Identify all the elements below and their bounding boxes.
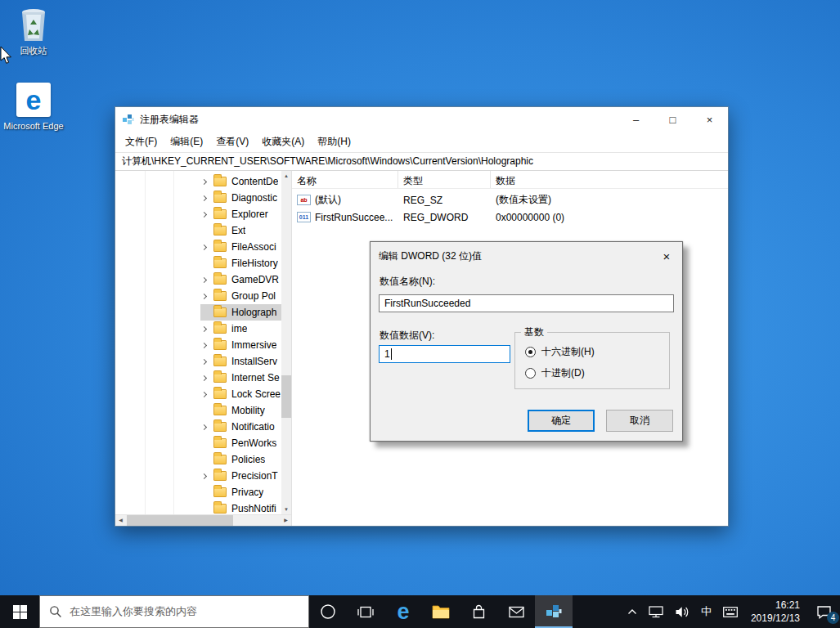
- edge-taskbar-button[interactable]: e: [384, 595, 422, 628]
- folder-icon: [213, 177, 227, 186]
- menu-edit[interactable]: 编辑(E): [164, 135, 209, 149]
- tree-item-contentdelivery[interactable]: ContentDe: [115, 173, 281, 190]
- input-language-indicator[interactable]: 中: [695, 595, 717, 628]
- chevron-right-icon[interactable]: [201, 391, 207, 397]
- tree-item-label: Internet Se: [231, 372, 280, 384]
- tree-item-label: Ext: [231, 225, 245, 236]
- tray-overflow-button[interactable]: [622, 595, 643, 628]
- tree-item-label: ContentDe: [231, 176, 278, 187]
- tree-item-immersiveshell[interactable]: Immersive: [115, 337, 281, 353]
- tree-item-installservice[interactable]: InstallServ: [115, 353, 281, 370]
- regedit-taskbar-button[interactable]: [535, 595, 573, 628]
- ok-button[interactable]: 确定: [528, 410, 595, 432]
- menu-view[interactable]: 查看(V): [209, 135, 255, 149]
- taskbar-search-input[interactable]: 在这里输入你要搜索的内容: [39, 595, 309, 628]
- vertical-scrollbar-thumb[interactable]: [281, 375, 291, 418]
- action-center-button[interactable]: 4: [807, 595, 840, 628]
- radio-hex[interactable]: 十六进制(H): [515, 339, 669, 361]
- tree-item-label: PenWorks: [231, 437, 276, 449]
- window-title: 注册表编辑器: [140, 113, 199, 127]
- tree-item-label: Immersive: [231, 339, 276, 351]
- dialog-close-button[interactable]: ×: [651, 242, 682, 270]
- folder-icon: [213, 242, 227, 252]
- tree-item-lockscreen[interactable]: Lock Scree: [115, 386, 281, 402]
- value-data-label: 数值数据(V):: [380, 329, 434, 343]
- chevron-right-icon[interactable]: [201, 195, 207, 200]
- tree-vertical-scrollbar[interactable]: ▲ ▼: [281, 171, 291, 514]
- task-view-button[interactable]: [347, 595, 384, 628]
- tree-item-policies[interactable]: Policies: [115, 451, 281, 468]
- tree-item-fileassociations[interactable]: FileAssoci: [115, 239, 281, 255]
- chevron-right-icon[interactable]: [201, 358, 207, 364]
- maximize-button[interactable]: □: [654, 107, 691, 132]
- search-placeholder: 在这里输入你要搜索的内容: [70, 604, 197, 619]
- system-tray: 中 16:21 2019/12/13 4: [622, 595, 840, 628]
- touch-keyboard-button[interactable]: [717, 595, 743, 628]
- volume-button[interactable]: [669, 595, 695, 628]
- tree-item-precisiontouchpad[interactable]: PrecisionT: [115, 468, 281, 484]
- chevron-right-icon[interactable]: [201, 473, 207, 478]
- tree-item-holographic[interactable]: Holograph: [115, 304, 281, 321]
- chevron-right-icon[interactable]: [201, 325, 207, 331]
- value-name: (默认): [315, 193, 341, 207]
- radio-button-icon[interactable]: [525, 368, 536, 379]
- cortana-button[interactable]: [309, 595, 347, 628]
- desktop-icon-edge[interactable]: e Microsoft Edge: [2, 82, 65, 132]
- horizontal-scrollbar-thumb[interactable]: [127, 515, 233, 526]
- tree-item-internetsettings[interactable]: Internet Se: [115, 370, 281, 386]
- radio-dec[interactable]: 十进制(D): [515, 361, 669, 382]
- chevron-right-icon[interactable]: [201, 244, 207, 249]
- tree-item-mobility[interactable]: Mobility: [115, 402, 281, 419]
- scroll-right-arrow[interactable]: ▶: [281, 515, 291, 526]
- chevron-right-icon[interactable]: [201, 424, 207, 429]
- file-explorer-taskbar-button[interactable]: [422, 595, 460, 628]
- column-header-type[interactable]: 类型: [398, 171, 491, 188]
- chevron-right-icon[interactable]: [201, 178, 207, 184]
- touch-keyboard-icon: [723, 607, 738, 617]
- chevron-right-icon[interactable]: [201, 342, 207, 348]
- tree-item-penworkspace[interactable]: PenWorks: [115, 435, 281, 451]
- tree-item-gamedvr[interactable]: GameDVR: [115, 271, 281, 288]
- chevron-right-icon[interactable]: [201, 276, 207, 282]
- start-button[interactable]: [0, 595, 39, 628]
- folder-icon: [213, 422, 227, 432]
- tree-item-ime[interactable]: ime: [115, 321, 281, 337]
- radio-button-icon[interactable]: [525, 347, 536, 357]
- tree-horizontal-scrollbar[interactable]: ◀ ▶: [115, 514, 291, 526]
- tree-item-privacy[interactable]: Privacy: [115, 484, 281, 500]
- scroll-left-arrow[interactable]: ◀: [115, 515, 126, 526]
- tree-item-grouppolicy[interactable]: Group Pol: [115, 288, 281, 304]
- taskbar-clock[interactable]: 16:21 2019/12/13: [743, 595, 807, 628]
- mail-taskbar-button[interactable]: [497, 595, 535, 628]
- column-header-name[interactable]: 名称: [292, 171, 398, 188]
- store-taskbar-button[interactable]: [460, 595, 497, 628]
- column-header-data[interactable]: 数据: [491, 171, 728, 188]
- chevron-right-icon[interactable]: [201, 211, 207, 217]
- menu-file[interactable]: 文件(F): [119, 135, 164, 149]
- menu-help[interactable]: 帮助(H): [311, 135, 357, 149]
- registry-value-row[interactable]: ab (默认) REG_SZ (数值未设置): [292, 191, 728, 209]
- folder-icon: [213, 324, 227, 334]
- tree-item-label: PrecisionT: [231, 470, 278, 482]
- network-status-button[interactable]: [643, 595, 669, 628]
- address-bar[interactable]: 计算机\HKEY_CURRENT_USER\SOFTWARE\Microsoft…: [115, 152, 728, 171]
- minimize-button[interactable]: –: [618, 107, 654, 132]
- value-data-input[interactable]: 1: [379, 345, 510, 363]
- scroll-down-arrow[interactable]: ▼: [281, 505, 291, 514]
- tree-item-notifications[interactable]: Notificatio: [115, 419, 281, 435]
- title-bar[interactable]: 注册表编辑器 – □ ×: [115, 107, 728, 132]
- value-type: REG_SZ: [398, 195, 491, 206]
- tree-item-diagnostics[interactable]: Diagnostic: [115, 190, 281, 206]
- dialog-title-bar[interactable]: 编辑 DWORD (32 位)值 ×: [371, 242, 682, 270]
- chevron-right-icon[interactable]: [201, 293, 207, 298]
- registry-value-row[interactable]: 011 FirstRunSuccee... REG_DWORD 0x000000…: [292, 209, 728, 226]
- tree-item-filehistory[interactable]: FileHistory: [115, 255, 281, 271]
- menu-favorites[interactable]: 收藏夹(A): [255, 135, 311, 149]
- close-button[interactable]: ×: [691, 107, 728, 132]
- chevron-right-icon[interactable]: [201, 375, 207, 380]
- scroll-up-arrow[interactable]: ▲: [281, 171, 291, 181]
- tree-item-ext[interactable]: Ext: [115, 222, 281, 239]
- value-name-input[interactable]: FirstRunSucceeded: [379, 294, 674, 312]
- cancel-button[interactable]: 取消: [606, 410, 673, 432]
- tree-item-explorer[interactable]: Explorer: [115, 206, 281, 222]
